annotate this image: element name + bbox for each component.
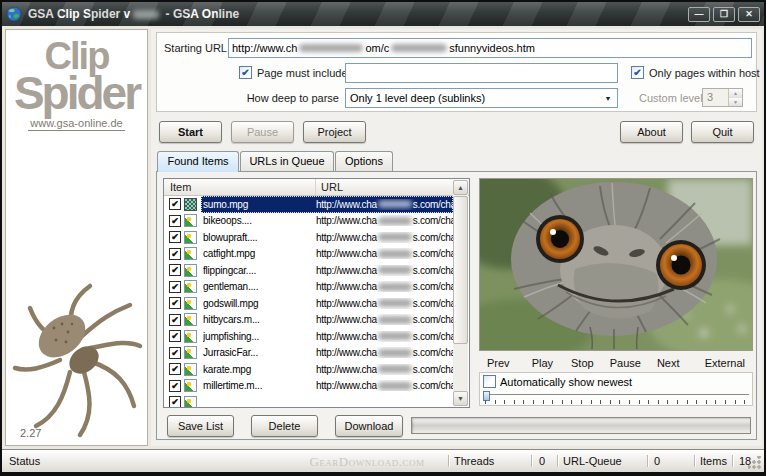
check-icon: ✔ <box>170 331 180 341</box>
starting-url-input[interactable]: http://www.chom/csfunnyvideos.htm <box>228 38 752 58</box>
table-row[interactable]: ✔ karate.mpg http://www.chas.com/cha... <box>165 361 453 378</box>
item-checkbox[interactable]: ✔ <box>169 215 181 227</box>
external-button[interactable]: External <box>705 357 745 369</box>
item-checkbox[interactable]: ✔ <box>169 198 181 210</box>
tab-options[interactable]: Options <box>335 151 393 171</box>
item-checkbox[interactable]: ✔ <box>169 248 181 260</box>
item-checkbox[interactable]: ✔ <box>169 297 181 309</box>
threads-label: Threads <box>454 455 494 467</box>
minimize-button[interactable]: — <box>688 7 710 22</box>
tab-found-items[interactable]: Found Items <box>157 151 239 172</box>
save-list-button[interactable]: Save List <box>167 415 234 437</box>
item-url: http://www.chas.com/cha... <box>316 364 453 375</box>
column-header-item[interactable]: Item <box>164 179 316 195</box>
download-button[interactable]: Download <box>335 415 403 437</box>
table-row[interactable]: ✔ JurrasicFar... http://www.chas.com/cha… <box>165 345 453 362</box>
project-button[interactable]: Project <box>303 121 366 143</box>
spin-up-icon[interactable]: ▲ <box>729 89 742 98</box>
next-button[interactable]: Next <box>657 357 680 369</box>
file-icon <box>184 247 197 260</box>
table-row[interactable]: ✔ catfight.mpg http://www.chas.com/cha..… <box>165 246 453 263</box>
prev-button[interactable]: Prev <box>487 357 510 369</box>
table-row[interactable]: ✔ godswill.mpg http://www.chas.com/cha..… <box>165 295 453 312</box>
custom-level-label: Custom level <box>639 88 703 108</box>
page-must-include-checkbox[interactable]: ✔ <box>239 66 252 79</box>
scroll-up-icon[interactable]: ▲ <box>453 180 468 195</box>
table-row[interactable]: ✔ sumo.mpg http://www.chas.com/cha... <box>165 196 453 213</box>
slider-ticks <box>485 400 747 404</box>
page-must-include-label: Page must include <box>257 63 348 83</box>
item-name: gentleman.... <box>203 281 316 292</box>
table-row[interactable]: ✔ hitbycars.m... http://www.chas.com/cha… <box>165 312 453 329</box>
item-checkbox[interactable]: ✔ <box>169 363 181 375</box>
check-icon: ✔ <box>632 67 643 78</box>
table-row[interactable]: ✔ blowupraft.... http://www.chas.com/cha… <box>165 229 453 246</box>
preview-slider[interactable] <box>483 392 749 404</box>
scroll-down-icon[interactable]: ▼ <box>453 391 468 406</box>
table-row[interactable]: ✔ gentleman.... http://www.chas.com/cha.… <box>165 279 453 296</box>
delete-button[interactable]: Delete <box>251 415 318 437</box>
version-label: 2.27 <box>20 427 41 439</box>
preview-panel: Prev Play Stop Pause Next External Autom… <box>479 178 753 406</box>
item-checkbox[interactable]: ✔ <box>169 314 181 326</box>
table-row[interactable]: ✔ <box>165 394 453 407</box>
item-checkbox[interactable]: ✔ <box>169 396 181 407</box>
check-icon: ✔ <box>170 232 180 242</box>
stop-button[interactable]: Stop <box>571 357 594 369</box>
table-row[interactable]: ✔ millertime.m... http://www.chas.com/ch… <box>165 378 453 395</box>
status-label: Status <box>9 455 40 467</box>
redacted-url-part <box>378 250 412 258</box>
custom-level-stepper[interactable]: 3 ▲ ▼ <box>702 88 743 107</box>
table-row[interactable]: ✔ bikeoops.... http://www.chas.com/cha..… <box>165 213 453 230</box>
pause-preview-button[interactable]: Pause <box>610 357 641 369</box>
redacted-url-part <box>378 200 412 208</box>
list-scrollbar[interactable]: ▲ ▼ <box>453 180 468 406</box>
check-icon: ✔ <box>170 298 180 308</box>
item-name: karate.mpg <box>203 364 316 375</box>
about-button[interactable]: About <box>620 121 683 143</box>
check-icon: ✔ <box>170 397 180 407</box>
scrollbar-thumb[interactable] <box>453 196 468 344</box>
only-pages-within-host-label: Only pages within host <box>649 63 760 83</box>
item-name: bikeoops.... <box>203 215 316 226</box>
play-button[interactable]: Play <box>532 357 553 369</box>
start-button[interactable]: Start <box>159 121 222 143</box>
item-checkbox[interactable]: ✔ <box>169 231 181 243</box>
logo-line2: Spider <box>6 74 147 113</box>
item-checkbox[interactable]: ✔ <box>169 281 181 293</box>
sidebar: Clip Spider www.gsa-online.de <box>5 29 148 446</box>
column-header-url[interactable]: URL <box>316 179 469 195</box>
redacted-url-part <box>378 382 412 390</box>
redacted-version <box>133 10 159 19</box>
item-checkbox[interactable]: ✔ <box>169 380 181 392</box>
app-logo: Clip Spider <box>6 40 147 113</box>
tab-urls-in-queue[interactable]: URLs in Queue <box>240 151 334 171</box>
item-name: flippingcar.... <box>203 265 316 276</box>
item-checkbox[interactable]: ✔ <box>169 264 181 276</box>
pause-button[interactable]: Pause <box>231 121 294 143</box>
website-link[interactable]: www.gsa-online.de <box>6 117 147 129</box>
table-row[interactable]: ✔ jumpfishing... http://www.chas.com/cha… <box>165 328 453 345</box>
item-url: http://www.chas.com/cha... <box>316 248 453 259</box>
auto-show-newest-checkbox[interactable] <box>483 375 496 388</box>
only-pages-within-host-checkbox[interactable]: ✔ <box>631 66 644 79</box>
item-checkbox[interactable]: ✔ <box>169 347 181 359</box>
custom-level-value: 3 <box>703 89 728 106</box>
resize-grip[interactable] <box>748 456 761 469</box>
page-must-include-input[interactable] <box>345 63 618 83</box>
item-name: blowupraft.... <box>203 232 316 243</box>
redacted-url-part <box>299 44 363 52</box>
spin-down-icon[interactable]: ▼ <box>729 98 742 107</box>
starting-url-label: Starting URL <box>164 38 227 58</box>
item-checkbox[interactable]: ✔ <box>169 330 181 342</box>
quit-button[interactable]: Quit <box>691 121 754 143</box>
how-deep-select[interactable]: Only 1 level deep (sublinks) ▼ <box>345 88 618 108</box>
file-icon <box>184 297 197 310</box>
item-name: JurrasicFar... <box>203 347 316 358</box>
table-row[interactable]: ✔ flippingcar.... http://www.chas.com/ch… <box>165 262 453 279</box>
file-icon <box>184 363 197 376</box>
url-queue-value: 0 <box>654 455 660 467</box>
redacted-url-part <box>378 266 412 274</box>
maximize-button[interactable]: ❐ <box>713 7 735 22</box>
close-button[interactable]: ✕ <box>738 7 760 22</box>
